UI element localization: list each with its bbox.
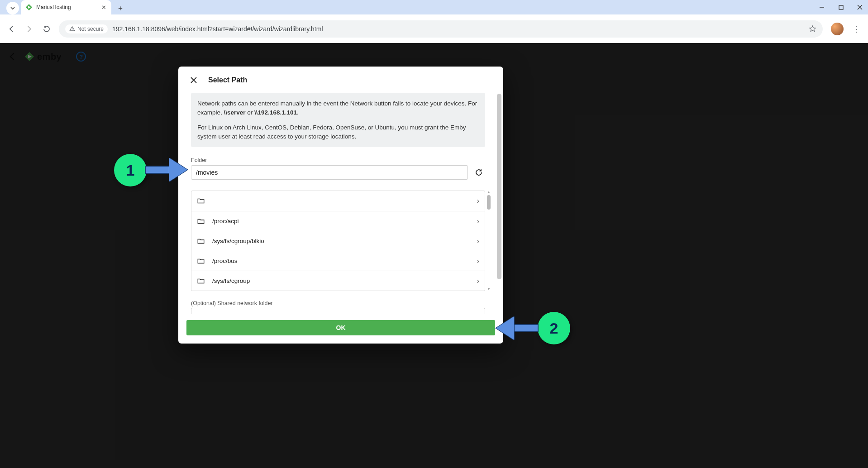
folder-list: › /proc/acpi › /sys/fs/cgroup/blkio ›	[191, 191, 485, 291]
tab-title: MariusHosting	[36, 4, 96, 10]
ok-button[interactable]: OK	[186, 320, 495, 335]
nav-reload-button[interactable]	[39, 22, 53, 36]
warning-icon	[69, 26, 75, 32]
svg-point-7	[72, 30, 72, 30]
window-minimize-button[interactable]	[816, 2, 827, 13]
window-maximize-button[interactable]	[835, 2, 846, 13]
chevron-right-icon: ›	[477, 237, 479, 245]
folder-list-item[interactable]: /proc/acpi ›	[191, 211, 485, 231]
bookmark-star-icon[interactable]	[809, 25, 816, 33]
nav-back-button[interactable]	[5, 22, 19, 36]
security-label: Not secure	[77, 26, 104, 32]
folder-icon	[197, 257, 205, 265]
dialog-scrollbar[interactable]	[497, 94, 501, 279]
profile-avatar[interactable]	[831, 23, 844, 35]
chevron-right-icon: ›	[477, 257, 479, 265]
tab-close-button[interactable]: ✕	[100, 4, 108, 11]
info-example-server: \\server	[224, 109, 246, 116]
info-text: .	[297, 109, 299, 116]
browser-tab[interactable]: MariusHosting ✕	[21, 0, 111, 14]
dialog-close-button[interactable]	[188, 75, 199, 86]
folder-icon	[197, 217, 205, 225]
folder-icon	[197, 277, 205, 285]
info-text-linux: For Linux on Arch Linux, CentOS, Debian,…	[197, 123, 479, 141]
folder-list-item[interactable]: /sys/fs/cgroup ›	[191, 271, 485, 291]
dialog-footer: OK	[178, 315, 503, 344]
address-bar[interactable]: Not secure 192.168.1.18:8096/web/index.h…	[59, 20, 823, 38]
info-example-ip: \\192.168.1.101	[254, 109, 297, 116]
optional-network-input[interactable]	[191, 308, 485, 314]
chevron-right-icon: ›	[477, 277, 479, 285]
optional-network-label: (Optional) Shared network folder	[191, 300, 485, 306]
folder-path: /sys/fs/cgroup/blkio	[212, 238, 470, 244]
svg-rect-1	[839, 5, 843, 10]
scroll-up-icon: ▲	[487, 191, 491, 194]
url-text: 192.168.1.18:8096/web/index.html?start=w…	[112, 25, 804, 33]
folder-input-row	[191, 165, 485, 180]
folder-list-container: › /proc/acpi › /sys/fs/cgroup/blkio ›	[191, 191, 485, 291]
select-path-dialog: Select Path Network paths can be entered…	[178, 67, 503, 344]
chevron-right-icon: ›	[477, 197, 479, 205]
browser-chrome: MariusHosting ✕ ＋ Not secure 192.168.1.1…	[0, 0, 868, 43]
dialog-header: Select Path	[178, 67, 503, 91]
folder-icon	[197, 197, 205, 205]
emby-favicon-icon	[25, 4, 33, 11]
dialog-title: Select Path	[208, 76, 247, 84]
window-controls	[816, 2, 865, 13]
dialog-body: Network paths can be entered manually in…	[178, 91, 503, 315]
tab-strip: MariusHosting ✕ ＋	[0, 0, 868, 14]
folder-path: /proc/acpi	[212, 218, 470, 224]
scroll-thumb[interactable]	[487, 195, 491, 210]
refresh-button[interactable]	[472, 166, 485, 179]
folder-path: /proc/bus	[212, 258, 470, 264]
window-close-button[interactable]	[854, 2, 865, 13]
folder-path: /sys/fs/cgroup	[212, 277, 470, 284]
folder-list-scrollbar[interactable]: ▲ ▼	[487, 191, 491, 291]
scroll-down-icon: ▼	[487, 287, 491, 291]
folder-input[interactable]	[191, 165, 468, 180]
new-tab-button[interactable]: ＋	[114, 2, 127, 14]
folder-list-item[interactable]: ›	[191, 191, 485, 211]
folder-list-item[interactable]: /sys/fs/cgroup/blkio ›	[191, 231, 485, 251]
security-chip[interactable]: Not secure	[65, 24, 108, 33]
refresh-icon	[475, 168, 483, 177]
folder-list-item[interactable]: /proc/bus ›	[191, 251, 485, 271]
chevron-right-icon: ›	[477, 217, 479, 225]
browser-toolbar: Not secure 192.168.1.18:8096/web/index.h…	[0, 14, 868, 43]
optional-network-input-wrap	[191, 308, 485, 314]
folder-field-label: Folder	[191, 157, 493, 163]
nav-forward-button[interactable]	[22, 22, 36, 36]
info-text: or	[246, 109, 255, 116]
info-banner: Network paths can be entered manually in…	[191, 93, 485, 147]
folder-icon	[197, 237, 205, 245]
page-viewport: emby ? Select Path Network paths can be …	[0, 43, 868, 468]
browser-menu-button[interactable]: ⋮	[849, 22, 863, 36]
tab-search-button[interactable]	[6, 2, 19, 14]
